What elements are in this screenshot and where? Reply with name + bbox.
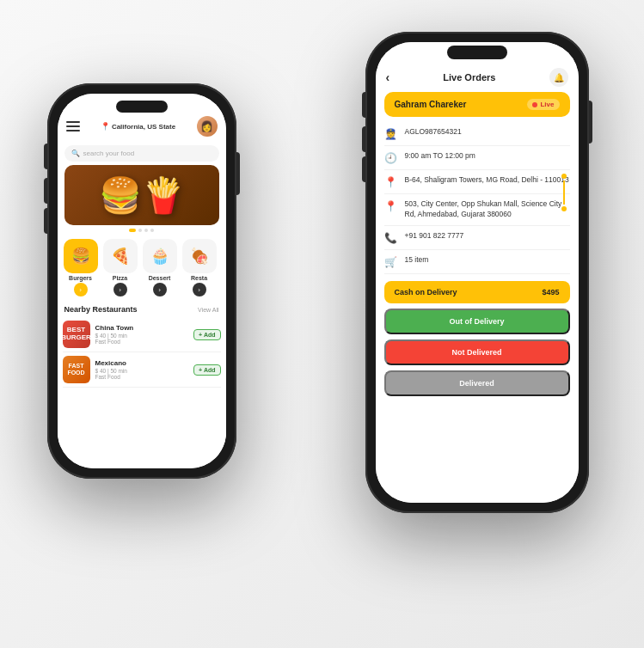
order-card: Gahram Chareker Live (384, 92, 570, 117)
location-from-icon: 📍 (384, 176, 398, 188)
burgers-arrow: › (74, 283, 88, 296)
items-row: 🛒 15 item (384, 250, 570, 274)
notification-icon[interactable]: 🔔 (549, 68, 568, 87)
mexicano-meta: $ 40 | 50 minFast Food (95, 368, 189, 380)
order-id-text: AGLO987654321 (405, 127, 462, 138)
burger-icon-box: 🍔 (64, 239, 98, 273)
location-to-icon: 📍 (384, 200, 398, 212)
china-town-info: China Town $ 40 | 50 minFast Food (95, 324, 189, 345)
payment-label: Cash on Delivery (395, 288, 457, 296)
payment-bar: Cash on Delivery $495 (384, 281, 570, 303)
order-customer-name: Gahram Chareker (395, 100, 467, 109)
burger-image: 🍔🍟 (99, 175, 185, 216)
phone-right: ‹ Live Orders 🔔 Gahram Chareker Live (365, 32, 589, 513)
china-town-meta: $ 40 | 50 minFast Food (95, 333, 189, 345)
dessert-icon-box: 🧁 (143, 239, 177, 273)
mexicano-info: Mexicano $ 40 | 50 minFast Food (95, 359, 189, 380)
resta-arrow: › (193, 283, 206, 296)
left-app-content: 📍 California, US State 👩 🔍 search your f… (58, 94, 226, 468)
phone-text: +91 901 822 7777 (405, 231, 464, 241)
nearby-header: Nearby Restaurants View All (58, 300, 226, 317)
back-button[interactable]: ‹ (386, 70, 390, 84)
mexicano-name: Mexicano (95, 359, 189, 367)
live-badge: Live (527, 99, 559, 110)
time-text: 9:00 am TO 12:00 pm (405, 151, 475, 162)
right-header: ‹ Live Orders 🔔 (376, 64, 579, 92)
pizza-icon-box: 🍕 (103, 239, 138, 273)
restaurant-china-town: BESTBURGER China Town $ 40 | 50 minFast … (63, 317, 221, 352)
dot-1 (129, 229, 136, 232)
id-icon: 👮 (384, 128, 398, 140)
phone-icon: 📞 (384, 232, 398, 244)
china-town-logo: BESTBURGER (63, 321, 90, 348)
category-burgers[interactable]: 🍔 Burgers › (63, 239, 99, 296)
add-mexicano-btn[interactable]: + Add (193, 364, 220, 376)
category-pizza[interactable]: 🍕 Pizza › (102, 239, 138, 296)
dessert-arrow: › (153, 283, 167, 296)
pin-icon: 📍 (101, 122, 110, 131)
food-banner: 🍔🍟 (64, 165, 219, 225)
dot-3 (144, 229, 148, 232)
resta-label: Resta (191, 275, 207, 281)
left-phone-notch (116, 101, 168, 113)
right-phone-screen: ‹ Live Orders 🔔 Gahram Chareker Live (376, 42, 579, 503)
order-id-row: 👮 AGLO987654321 (384, 122, 570, 146)
categories-row: 🍔 Burgers › 🍕 Pizza › 🧁 Dessert › (58, 235, 226, 300)
china-town-name: China Town (95, 324, 189, 332)
mexicano-logo: FASTFOOD (63, 356, 90, 383)
live-orders-title: Live Orders (443, 72, 495, 83)
left-header: 📍 California, US State 👩 (58, 113, 226, 142)
search-bar[interactable]: 🔍 search your food (64, 145, 219, 162)
pizza-arrow: › (113, 283, 127, 296)
restaurant-list: BESTBURGER China Town $ 40 | 50 minFast … (58, 317, 226, 388)
address-to-text: 503, City Center, Opp Shukan Mall, Scien… (405, 199, 570, 220)
search-icon: 🔍 (71, 150, 80, 157)
action-buttons: Out of Delivery Not Delivered Delivered (376, 309, 579, 396)
banner-dots (58, 229, 226, 232)
add-china-town-btn[interactable]: + Add (193, 329, 220, 340)
location-text: California, US State (112, 123, 175, 131)
burgers-label: Burgers (69, 275, 92, 281)
restaurant-mexicano: FASTFOOD Mexicano $ 40 | 50 minFast Food… (63, 352, 221, 388)
cart-icon: 🛒 (384, 256, 398, 268)
avatar[interactable]: 👩 (197, 116, 218, 137)
clock-icon: 🕘 (384, 152, 398, 164)
phone-row: 📞 +91 901 822 7777 (384, 226, 570, 250)
dot-4 (150, 229, 154, 232)
live-label: Live (540, 101, 554, 108)
right-app-content: ‹ Live Orders 🔔 Gahram Chareker Live (376, 42, 579, 503)
delivered-btn[interactable]: Delivered (384, 370, 570, 396)
location-label: 📍 California, US State (101, 122, 175, 131)
address-from-row: 📍 B-64, Shaligram Towers, MG Road, Delhi… (384, 170, 570, 194)
menu-icon[interactable] (66, 121, 80, 131)
dessert-label: Dessert (149, 275, 171, 281)
view-all-link[interactable]: View All (198, 307, 218, 313)
address-from-text: B-64, Shaligram Towers, MG Road, Delhi -… (405, 175, 569, 186)
items-text: 15 item (405, 255, 429, 266)
address-to-row: 📍 503, City Center, Opp Shukan Mall, Sci… (384, 194, 570, 226)
nearby-title: Nearby Restaurants (64, 305, 138, 314)
time-row: 🕘 9:00 am TO 12:00 pm (384, 146, 570, 170)
left-phone-screen: 📍 California, US State 👩 🔍 search your f… (58, 94, 226, 468)
info-section: 👮 AGLO987654321 🕘 9:00 am TO 12:00 pm 📍 … (376, 122, 579, 274)
out-of-delivery-btn[interactable]: Out of Delivery (384, 309, 570, 334)
pizza-label: Pizza (113, 275, 128, 281)
resta-icon-box: 🍖 (182, 239, 217, 273)
dot-2 (138, 229, 142, 232)
live-dot (532, 102, 537, 107)
category-dessert[interactable]: 🧁 Dessert › (142, 239, 178, 296)
phone-left: 📍 California, US State 👩 🔍 search your f… (47, 83, 236, 479)
payment-amount: $495 (542, 288, 559, 296)
category-resta[interactable]: 🍖 Resta › (181, 239, 218, 296)
right-phone-notch (447, 46, 507, 59)
phones-container: 📍 California, US State 👩 🔍 search your f… (30, 15, 615, 633)
not-delivered-btn[interactable]: Not Delivered (384, 339, 570, 365)
search-placeholder: search your food (83, 150, 135, 157)
